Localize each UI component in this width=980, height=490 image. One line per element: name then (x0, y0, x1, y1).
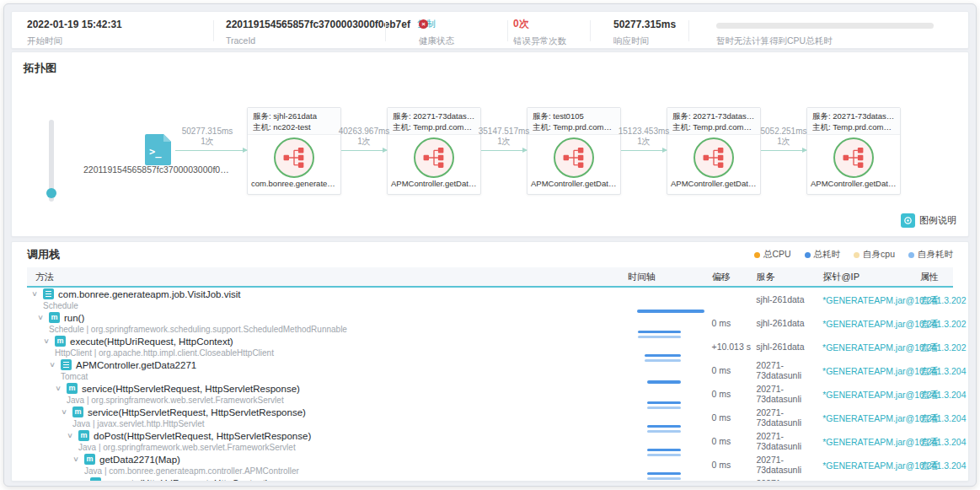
table-row[interactable]: ∨mservice(HttpServletRequest, HttpServle… (27, 406, 953, 429)
node-method-label: APMController.getData2271 (388, 179, 480, 188)
service-cell: 20271-73datasunli (756, 478, 822, 482)
node-host-label: 主机: (393, 122, 411, 132)
edge-time: 15123.453ms (619, 127, 670, 137)
stat-label: 暂时无法计算得到CPU总耗时 (716, 35, 934, 47)
view-attributes-link[interactable]: 查看 (920, 460, 939, 471)
method-cell: ∨mservice(HttpServletRequest, HttpServle… (27, 383, 628, 406)
probe-cell: *GENERATEAPM.jar@10.241.3.204 (822, 386, 920, 401)
node-service-line: 服务: sjhl-261data (253, 110, 335, 121)
probe-cell: *GENERATEAPM.jar@10.241.3.202 (822, 339, 920, 354)
summary-stat-3: 0次错误异常次数 (513, 18, 566, 47)
view-attributes-link[interactable]: 查看 (920, 319, 939, 329)
node-service-line: 服务: 20271-73datasunli (393, 110, 475, 121)
attr-cell: 查看 (920, 363, 953, 378)
timeline-bar-self (647, 407, 681, 409)
table-row[interactable]: ∨mrun()Schedule | org.springframework.sc… (27, 311, 953, 335)
node-card-header: 服务: test0105主机: Temp.prd.comm.vm.by.idc.… (527, 108, 620, 135)
table-row[interactable]: ∨com.bonree.generateapm.job.VisitJob.vis… (27, 288, 953, 311)
view-attributes-link[interactable]: 查看 (920, 413, 939, 423)
edge-count: 1次 (619, 137, 670, 147)
collapse-caret-icon[interactable]: ∨ (55, 385, 68, 392)
edge-time: 5052.251ms (760, 127, 806, 137)
edge-label: 50277.315ms1次 (182, 127, 233, 147)
method-cell: ∨com.bonree.generateapm.job.VisitJob.vis… (27, 288, 628, 311)
view-attributes-link[interactable]: 查看 (920, 390, 939, 400)
table-row[interactable]: ∨APMController.getData2271Tomcat0 ms2027… (27, 358, 953, 382)
view-attributes-link[interactable]: 查看 (920, 342, 939, 353)
topology-node[interactable]: 服务: 20271-73datasunli主机: Temp.prd.comm.v… (806, 107, 901, 195)
timeline-bar-self (647, 430, 681, 433)
stat-divider (385, 20, 386, 41)
service-sitemap-icon (414, 137, 454, 178)
node-service-value: sjhl-261data (273, 111, 317, 121)
zoom-slider-handle[interactable] (46, 188, 56, 198)
collapse-caret-icon[interactable]: ∨ (37, 314, 51, 321)
collapse-caret-icon[interactable]: ∨ (43, 337, 56, 345)
table-row[interactable]: ∨mservice(HttpServletRequest, HttpServle… (27, 382, 953, 406)
collapse-caret-icon[interactable]: ∨ (49, 361, 62, 369)
method-name: service(HttpServletRequest, HttpServletR… (88, 407, 306, 417)
collapse-caret-icon[interactable]: ∨ (72, 455, 86, 463)
node-service-label: 服务: (812, 111, 831, 121)
node-method-label: APMController.getData2273 (807, 179, 900, 188)
node-host-label: 主机: (533, 122, 551, 132)
summary-stat-5: 暂时无法计算得到CPU总耗时 (716, 18, 934, 47)
table-row[interactable]: ∨mexecute(HttpUriRequest, HttpContext)Ht… (27, 335, 953, 358)
node-service-value: 20271-73datasunli (413, 111, 475, 121)
table-row[interactable]: ∨mexecute(HttpUriRequest, HttpContext)+5… (27, 477, 953, 482)
topology-node[interactable]: 服务: test0105主机: Temp.prd.comm.vm.by.idc.… (527, 107, 621, 195)
trace-summary-bar: 2022-01-19 15:42:31开始时间220119154565857fc… (11, 11, 969, 49)
collapse-caret-icon[interactable]: ∨ (61, 408, 74, 416)
service-cell: 20271-73datasunli (756, 360, 822, 380)
method-detail: HttpClient | org.apache.http.impl.client… (45, 347, 628, 358)
node-card-header: 服务: 20271-73datasunli主机: Temp.prd.comm.v… (807, 108, 900, 135)
node-host-value: Temp.prd.comm.vm.by.idc.b... (413, 122, 475, 132)
view-attributes-link[interactable]: 查看 (920, 437, 939, 447)
topology-node[interactable]: 服务: sjhl-261data主机: nc202-testcom.bonree… (247, 107, 341, 195)
stat-value-text: 50277.315ms (613, 19, 676, 30)
table-row[interactable]: ∨mgetData2271(Map)Java | com.bonree.gene… (27, 453, 953, 477)
trace-entry-label: 220119154565857fc3700003000f0e... (83, 164, 231, 175)
timeline-bar-self (645, 359, 681, 362)
stat-value: × (419, 18, 454, 30)
timeline-bar-total (647, 472, 681, 475)
view-attributes-link[interactable]: 查看 (920, 295, 939, 305)
collapse-caret-icon[interactable]: ∨ (78, 479, 92, 482)
offset-cell: 0 ms (712, 318, 757, 328)
health-error-icon: × (419, 19, 428, 29)
offset-cell: +10.013 s (712, 342, 757, 352)
trace-entry-node[interactable]: >_ (142, 133, 175, 169)
legend-help-button[interactable]: 图例说明 (901, 213, 956, 228)
summary-stat-0: 2022-01-19 15:42:31开始时间 (27, 18, 122, 47)
method-icon: m (67, 383, 78, 394)
col-service: 服务 (757, 271, 823, 283)
collapse-caret-icon[interactable]: ∨ (31, 290, 45, 298)
service-cell: sjhl-261data (756, 294, 822, 304)
stat-label: 错误异常次数 (513, 35, 566, 47)
topology-node[interactable]: 服务: 20271-73datasunli主机: Temp.prd.comm.v… (667, 107, 761, 195)
node-service-value: 20271-73datasunli (833, 111, 895, 121)
node-service-value: 20271-73datasunli (693, 111, 755, 121)
view-attributes-link[interactable]: 查看 (920, 366, 939, 376)
edge-count: 1次 (339, 137, 390, 147)
topology-node[interactable]: 服务: 20271-73datasunli主机: Temp.prd.comm.v… (387, 107, 481, 195)
stat-divider (507, 20, 508, 41)
attr-cell: 查看 (920, 457, 953, 472)
node-card-header: 服务: sjhl-261data主机: nc202-test (248, 108, 340, 135)
legend-button-label: 图例说明 (919, 214, 956, 227)
table-row[interactable]: ∨mdoPost(HttpServletRequest, HttpServlet… (27, 429, 953, 453)
collapse-caret-icon[interactable]: ∨ (67, 432, 80, 439)
summary-stat-1: 220119154565857fc3700003000f0eb7ef复制Trac… (226, 18, 436, 46)
method-cell: ∨mexecute(HttpUriRequest, HttpContext)Ht… (27, 336, 628, 358)
method-cell: ∨mservice(HttpServletRequest, HttpServle… (27, 407, 628, 429)
summary-stat-2: ×健康状态 (419, 18, 454, 47)
legend-dot (754, 252, 760, 258)
method-icon: m (84, 454, 95, 465)
probe-cell: *GENERATEAPM.jar@10.241.3.204 (822, 433, 920, 449)
legend-dot (854, 252, 860, 258)
stat-divider (213, 20, 214, 41)
stat-value-text: 2022-01-19 15:42:31 (27, 19, 122, 30)
method-name: APMController.getData2271 (76, 360, 196, 370)
topology-zoom-slider (49, 120, 54, 202)
timeline-bar-total (647, 380, 681, 384)
